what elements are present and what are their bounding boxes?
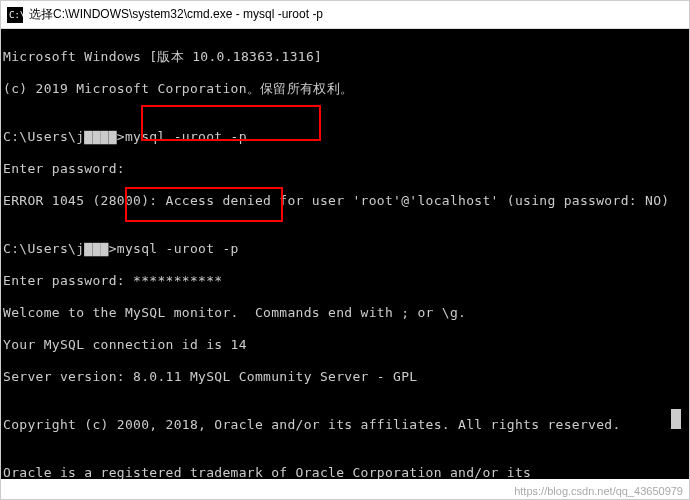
terminal-line: Welcome to the MySQL monitor. Commands e… (3, 305, 687, 321)
terminal-line: Server version: 8.0.11 MySQL Community S… (3, 369, 687, 385)
terminal-line: C:\Users\j▇▇▇▇>mysql -uroot -p (3, 129, 687, 145)
terminal-line: Microsoft Windows [版本 10.0.18363.1316] (3, 49, 687, 65)
scrollbar-thumb[interactable] (671, 409, 681, 429)
terminal-line: (c) 2019 Microsoft Corporation。保留所有权利。 (3, 81, 687, 97)
cmd-icon: C:\ (7, 7, 23, 23)
terminal-line: Your MySQL connection id is 14 (3, 337, 687, 353)
terminal-line: C:\Users\j▇▇▇>mysql -uroot -p (3, 241, 687, 257)
terminal-line: Copyright (c) 2000, 2018, Oracle and/or … (3, 417, 687, 433)
terminal-line: ERROR 1045 (28000): Access denied for us… (3, 193, 687, 209)
svg-text:C:\: C:\ (9, 10, 23, 20)
terminal-output[interactable]: Microsoft Windows [版本 10.0.18363.1316] (… (1, 29, 689, 479)
watermark-text: https://blog.csdn.net/qq_43650979 (514, 485, 683, 497)
window-title: 选择C:\WINDOWS\system32\cmd.exe - mysql -u… (29, 6, 323, 23)
terminal-line: Enter password: (3, 161, 687, 177)
window-titlebar[interactable]: C:\ 选择C:\WINDOWS\system32\cmd.exe - mysq… (1, 1, 689, 29)
terminal-line: Oracle is a registered trademark of Orac… (3, 465, 687, 479)
terminal-line: Enter password: *********** (3, 273, 687, 289)
